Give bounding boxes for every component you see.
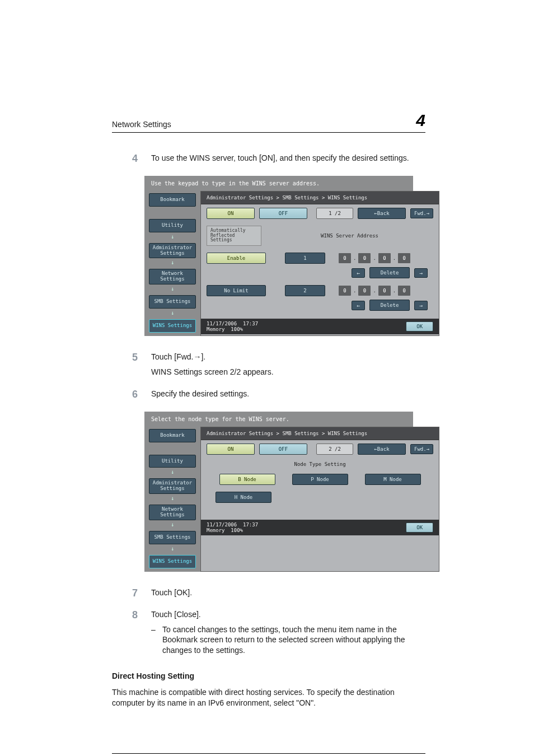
section-title: Network Settings <box>112 120 171 129</box>
address-row-2[interactable]: 2 <box>285 285 325 296</box>
breadcrumb: Administrator Settings > SMB Settings > … <box>201 192 439 204</box>
step-number-7: 7 <box>112 587 151 603</box>
delete-button-2[interactable]: Delete <box>369 300 410 311</box>
on-button[interactable]: ON <box>207 208 255 219</box>
off-button[interactable]: OFF <box>259 208 307 219</box>
step-text-7: Touch [OK]. <box>151 587 425 603</box>
wins-address-title: WINS Server Address <box>266 233 433 239</box>
screen2-hint: Select the node type for the WINS server… <box>144 412 413 427</box>
device-screenshot-1: Use the keypad to type in the WINS serve… <box>144 176 413 336</box>
step-text-4: To use the WINS server, touch [ON], and … <box>151 153 425 168</box>
auto-reflected-label: Automatically Reflected Settings <box>207 226 261 246</box>
breadcrumb: Administrator Settings > SMB Settings > … <box>201 427 439 440</box>
sidebar-item-admin[interactable]: Administrator Settings <box>149 478 196 494</box>
sidebar-item-smb[interactable]: SMB Settings <box>149 295 196 309</box>
sidebar-item-bookmark[interactable]: Bookmark <box>149 193 196 207</box>
b-node-button[interactable]: B Node <box>219 474 275 485</box>
sidebar-item-utility[interactable]: Utility <box>149 455 196 468</box>
ok-button[interactable]: OK <box>406 522 433 533</box>
address-row-1[interactable]: 1 <box>285 253 325 264</box>
ok-button[interactable]: OK <box>406 321 433 332</box>
device-screenshot-2: Select the node type for the WINS server… <box>144 412 413 572</box>
fwd-button[interactable]: Fwd.→ <box>410 444 433 454</box>
direct-hosting-heading: Direct Hosting Setting <box>112 671 425 680</box>
chevron-down-icon: ↓ <box>149 494 196 505</box>
chevron-down-icon: ↓ <box>149 520 196 531</box>
step-number-6: 6 <box>112 389 151 404</box>
status-left: 11/17/2006 17:37 Memory 100% <box>207 522 258 533</box>
step-text-8: Touch [Close]. – To cancel changes to th… <box>151 609 425 656</box>
back-button[interactable]: ←Back <box>358 208 406 219</box>
on-button[interactable]: ON <box>207 444 255 455</box>
screen1-hint: Use the keypad to type in the WINS serve… <box>144 176 413 191</box>
off-button[interactable]: OFF <box>259 444 307 455</box>
chevron-down-icon: ↓ <box>149 544 196 555</box>
sidebar-item-wins[interactable]: WINS Settings <box>149 555 196 568</box>
sidebar-item-network[interactable]: Network Settings <box>149 505 196 520</box>
back-button[interactable]: ←Back <box>358 444 406 455</box>
direct-hosting-text: This machine is compatible with direct h… <box>112 687 425 708</box>
sidebar-item-wins[interactable]: WINS Settings <box>149 319 196 333</box>
chevron-down-icon: ↓ <box>149 309 196 319</box>
fwd-button[interactable]: Fwd.→ <box>410 208 433 218</box>
m-node-button[interactable]: M Node <box>365 474 421 485</box>
arrow-right-icon[interactable]: → <box>414 301 428 310</box>
p-node-button[interactable]: P Node <box>292 474 348 485</box>
step-text-6: Specify the desired settings. <box>151 389 425 404</box>
page-indicator: 1 /2 <box>316 208 353 219</box>
step-number-8: 8 <box>112 609 151 656</box>
step-number-4: 4 <box>112 153 151 168</box>
step-number-5: 5 <box>112 352 151 382</box>
h-node-button[interactable]: H Node <box>216 492 271 503</box>
chevron-down-icon: ↓ <box>149 258 196 269</box>
chevron-down-icon: ↓ <box>149 468 196 478</box>
dash-bullet: – <box>151 624 162 656</box>
ip-address-2: 0. 0. 0. 0 <box>339 286 410 296</box>
section-header: Network Settings 4 <box>112 112 425 133</box>
sidebar-item-smb[interactable]: SMB Settings <box>149 531 196 544</box>
page-indicator: 2 /2 <box>316 444 353 455</box>
sidebar-item-network[interactable]: Network Settings <box>149 269 196 284</box>
arrow-right-icon[interactable]: → <box>414 268 428 278</box>
chapter-number: 4 <box>416 112 425 129</box>
page-footer: C451 4-61 <box>112 753 425 756</box>
delete-button[interactable]: Delete <box>369 267 410 278</box>
ip-address-1: 0. 0. 0. 0 <box>339 253 410 263</box>
nolimit-button[interactable]: No Limit <box>207 285 266 296</box>
arrow-left-icon[interactable]: ← <box>352 268 365 278</box>
arrow-left-icon[interactable]: ← <box>352 301 365 310</box>
chevron-down-icon: ↓ <box>149 232 196 243</box>
chevron-down-icon: ↓ <box>149 284 196 295</box>
enable-button[interactable]: Enable <box>207 253 266 264</box>
step-text-5: Touch [Fwd.→]. WINS Settings screen 2/2 … <box>151 352 425 382</box>
sidebar-item-admin[interactable]: Administrator Settings <box>149 243 196 259</box>
node-type-title: Node Type Setting <box>201 458 439 468</box>
sidebar-item-bookmark[interactable]: Bookmark <box>149 429 196 442</box>
sidebar-item-utility[interactable]: Utility <box>149 219 196 232</box>
status-left: 11/17/2006 17:37 Memory 100% <box>207 321 258 332</box>
